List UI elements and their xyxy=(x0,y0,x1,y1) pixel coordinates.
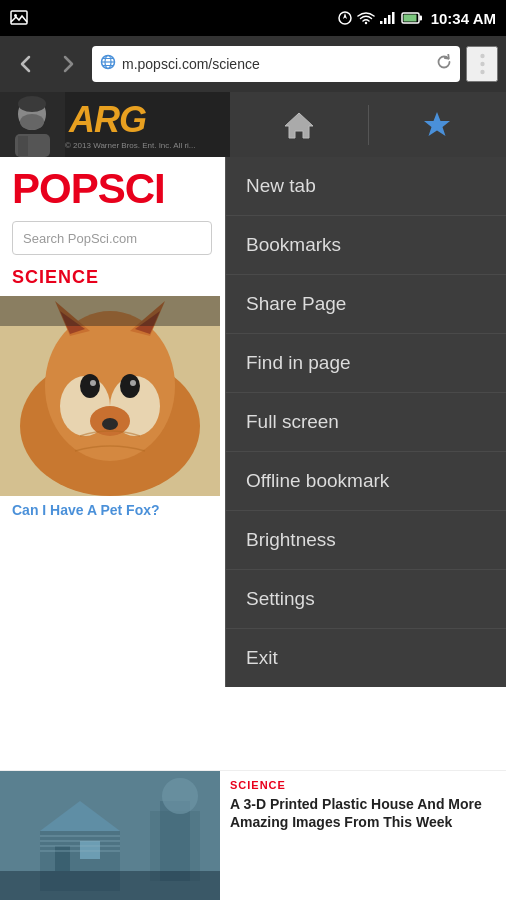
svg-point-34 xyxy=(130,380,136,386)
wifi-icon xyxy=(357,11,375,25)
svg-rect-44 xyxy=(55,846,70,871)
svg-point-31 xyxy=(80,374,100,398)
menu-item-settings[interactable]: Settings xyxy=(226,570,506,629)
bottom-article-text: SCIENCE A 3-D Printed Plastic House And … xyxy=(220,771,506,900)
svg-rect-6 xyxy=(388,15,391,24)
svg-rect-0 xyxy=(11,11,27,24)
tab-home[interactable] xyxy=(230,92,368,157)
status-bar: 10:34 AM xyxy=(0,0,506,36)
svg-point-32 xyxy=(120,374,140,398)
menu-item-full-screen[interactable]: Full screen xyxy=(226,393,506,452)
fox-caption[interactable]: Can I Have A Pet Fox? xyxy=(0,496,220,524)
battery-icon xyxy=(401,12,423,24)
status-time: 10:34 AM xyxy=(431,10,496,27)
globe-icon xyxy=(100,54,116,74)
menu-item-new-tab[interactable]: New tab xyxy=(226,157,506,216)
browser-toolbar: m.popsci.com/science xyxy=(0,36,506,92)
menu-item-offline-bookmark[interactable]: Offline bookmark xyxy=(226,452,506,511)
bottom-article-title[interactable]: A 3-D Printed Plastic House And More Ama… xyxy=(230,795,496,831)
star-icon xyxy=(419,107,455,143)
address-text: m.popsci.com/science xyxy=(122,56,430,72)
svg-point-16 xyxy=(480,54,484,58)
svg-rect-45 xyxy=(80,841,100,859)
fox-section: Can I Have A Pet Fox? xyxy=(0,296,220,524)
svg-point-21 xyxy=(18,96,46,112)
bottom-article-image xyxy=(0,771,220,900)
bottom-article: SCIENCE A 3-D Printed Plastic House And … xyxy=(0,770,506,900)
svg-rect-10 xyxy=(419,16,422,21)
image-icon xyxy=(10,9,28,27)
svg-point-52 xyxy=(162,778,198,814)
refresh-icon[interactable] xyxy=(436,54,452,75)
fox-image xyxy=(0,296,220,496)
svg-rect-5 xyxy=(384,18,387,24)
svg-point-17 xyxy=(480,62,484,66)
svg-marker-54 xyxy=(285,113,313,138)
svg-point-35 xyxy=(102,418,118,430)
arg-person-image xyxy=(0,92,65,157)
menu-item-share-page[interactable]: Share Page xyxy=(226,275,506,334)
bottom-article-category: SCIENCE xyxy=(230,779,496,791)
navigation-icon xyxy=(337,10,353,26)
menu-item-bookmarks[interactable]: Bookmarks xyxy=(226,216,506,275)
address-bar[interactable]: m.popsci.com/science xyxy=(92,46,460,82)
back-button[interactable] xyxy=(8,46,44,82)
svg-rect-4 xyxy=(380,21,383,24)
browser-menu-button[interactable] xyxy=(466,46,498,82)
arg-copyright: © 2013 Warner Bros. Ent. Inc. All ri... xyxy=(65,141,230,150)
search-placeholder: Search PopSci.com xyxy=(23,231,137,246)
signal-icon xyxy=(379,11,397,25)
svg-marker-3 xyxy=(343,13,347,19)
svg-rect-9 xyxy=(403,15,416,22)
status-left-icons xyxy=(10,9,28,27)
page-content: ARG © 2013 Warner Bros. Ent. Inc. All ri… xyxy=(0,92,506,900)
search-bar[interactable]: Search PopSci.com xyxy=(12,221,212,255)
menu-item-find-in-page[interactable]: Find in page xyxy=(226,334,506,393)
arg-banner: ARG © 2013 Warner Bros. Ent. Inc. All ri… xyxy=(0,92,230,157)
svg-point-22 xyxy=(20,114,44,130)
svg-rect-40 xyxy=(0,296,220,326)
svg-rect-53 xyxy=(0,871,220,900)
menu-item-brightness[interactable]: Brightness xyxy=(226,511,506,570)
arg-logo-text: ARG xyxy=(69,99,230,141)
status-right-icons: 10:34 AM xyxy=(337,10,496,27)
svg-point-33 xyxy=(90,380,96,386)
tab-bookmarks[interactable] xyxy=(369,92,507,157)
tab-bar xyxy=(230,92,506,157)
svg-point-27 xyxy=(45,311,175,461)
svg-rect-24 xyxy=(18,136,28,156)
forward-button[interactable] xyxy=(50,46,86,82)
home-icon xyxy=(281,107,317,143)
menu-item-exit[interactable]: Exit xyxy=(226,629,506,687)
svg-rect-7 xyxy=(392,12,395,24)
svg-marker-55 xyxy=(424,112,450,136)
svg-point-18 xyxy=(480,70,484,74)
dropdown-menu: New tabBookmarksShare PageFind in pageFu… xyxy=(225,157,506,687)
